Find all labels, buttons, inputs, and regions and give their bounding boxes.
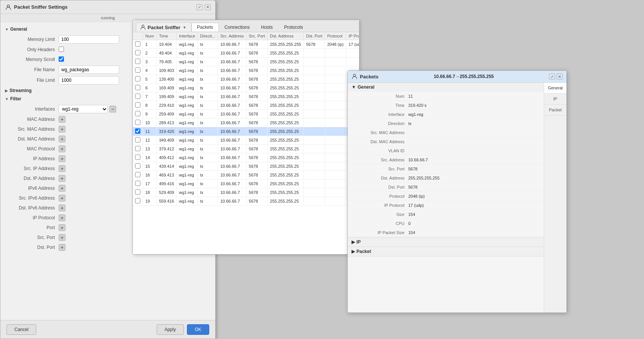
row-checkbox[interactable] (135, 59, 140, 64)
col-num[interactable]: Num (143, 32, 157, 40)
app-tab-label[interactable]: Packet Sniffer ▼ (136, 22, 191, 32)
dst-ipv6-add-button[interactable]: + (59, 205, 65, 211)
row-checkbox[interactable] (135, 155, 140, 160)
table-row[interactable]: 10 289.413 wg1-reg tx 10.66.66.7 5678 25… (133, 119, 359, 127)
src-mac-add-button[interactable]: + (59, 126, 65, 133)
cancel-button[interactable]: Cancel (6, 324, 36, 335)
col-src-port[interactable]: Src. Port (246, 32, 268, 40)
app-dropdown-icon[interactable]: ▼ (182, 25, 187, 30)
apply-button[interactable]: Apply (157, 324, 184, 335)
port-add-button[interactable]: + (59, 224, 65, 231)
row-src: 10.66.66.7 (218, 66, 246, 75)
row-checkbox[interactable] (135, 198, 140, 203)
row-time: 109.403 (157, 66, 177, 75)
restore-button[interactable]: ⤢ (196, 4, 202, 10)
ok-button[interactable]: OK (187, 324, 209, 335)
row-checkbox[interactable] (135, 172, 140, 177)
mac-address-add-button[interactable]: + (59, 116, 65, 123)
ip-protocol-label: IP Protocol (9, 215, 59, 220)
table-row[interactable]: 12 349.409 wg1-reg tx 10.66.66.7 5678 25… (133, 136, 359, 145)
row-checkbox[interactable] (135, 128, 140, 134)
detail-packet-header[interactable]: ▶ Packet (348, 247, 544, 256)
col-dst-address[interactable]: Dst. Address (268, 32, 304, 40)
file-limit-input[interactable] (59, 76, 119, 84)
table-row[interactable]: 2 49.404 wg1-reg tx 10.66.66.7 5678 255.… (133, 49, 359, 58)
row-checkbox[interactable] (135, 41, 140, 47)
file-name-input[interactable] (59, 66, 119, 74)
row-checkbox[interactable] (135, 163, 140, 169)
table-row[interactable]: 14 409.412 wg1-reg tx 10.66.66.7 5678 25… (133, 153, 359, 162)
dst-ip-add-button[interactable]: + (59, 175, 65, 182)
col-interface[interactable]: Interface (177, 32, 198, 40)
row-checkbox[interactable] (135, 50, 140, 55)
table-row[interactable]: 4 109.403 wg1-reg tx 10.66.66.7 5678 255… (133, 66, 359, 75)
row-checkbox-cell (133, 84, 143, 92)
detail-main: ▼ General Num 11 Time 319.420 s Interfac… (348, 83, 544, 312)
table-row[interactable]: 5 139.400 wg1-reg tx 10.66.66.7 5678 255… (133, 75, 359, 84)
col-ip-protocol[interactable]: IP Protocol (346, 32, 359, 40)
detail-field-label: Src. MAC Address (355, 130, 408, 135)
row-checkbox[interactable] (135, 67, 140, 73)
interfaces-select[interactable]: wg1-reg (59, 105, 108, 113)
close-button[interactable]: ✕ (205, 4, 211, 10)
table-row[interactable]: 9 259.409 wg1-reg tx 10.66.66.7 5678 255… (133, 110, 359, 119)
table-row[interactable]: 17 499.416 wg1-reg tx 10.66.66.7 5678 25… (133, 180, 359, 188)
detail-ip-header[interactable]: ▶ IP (348, 237, 544, 247)
table-row[interactable]: 7 199.409 wg1-reg tx 10.66.66.7 5678 255… (133, 92, 359, 101)
row-iface: wg1-reg (177, 127, 198, 136)
row-checkbox[interactable] (135, 146, 140, 151)
row-time: 139.400 (157, 75, 177, 84)
table-row[interactable]: 13 379.412 wg1-reg tx 10.66.66.7 5678 25… (133, 145, 359, 153)
src-ip-add-button[interactable]: + (59, 165, 65, 172)
detail-restore-button[interactable]: ⤢ (549, 73, 555, 80)
row-checkbox[interactable] (135, 189, 140, 195)
tab-packets[interactable]: Packets (191, 23, 219, 31)
sidebar-item-packet[interactable]: Packet (544, 105, 566, 116)
col-direction[interactable]: Directi... (198, 32, 218, 40)
table-row[interactable]: 18 529.409 wg1-reg tx 10.66.66.7 5678 25… (133, 188, 359, 197)
sidebar-item-ip[interactable]: IP (544, 94, 566, 105)
row-checkbox[interactable] (135, 85, 140, 90)
col-src-address[interactable]: Src. Address (218, 32, 246, 40)
detail-general-header[interactable]: ▼ General (348, 83, 544, 92)
only-headers-checkbox[interactable] (59, 47, 64, 52)
row-checkbox[interactable] (135, 181, 140, 186)
table-row[interactable]: 19 559.416 wg1-reg tx 10.66.66.7 5678 25… (133, 197, 359, 206)
memory-scroll-checkbox[interactable] (59, 56, 64, 62)
tab-hosts[interactable]: Hosts (255, 23, 278, 31)
ip-protocol-add-button[interactable]: + (59, 214, 65, 221)
row-checkbox[interactable] (135, 120, 140, 125)
table-row[interactable]: 11 319.420 wg1-reg tx 10.66.66.7 5678 25… (133, 127, 359, 136)
ipv6-address-add-button[interactable]: + (59, 185, 65, 192)
table-row[interactable]: 1 19.404 wg1-reg tx 10.66.66.7 5678 255.… (133, 40, 359, 49)
table-row[interactable]: 16 469.413 wg1-reg tx 10.66.66.7 5678 25… (133, 171, 359, 180)
dst-port-add-button[interactable]: + (59, 244, 65, 251)
row-checkbox[interactable] (135, 76, 140, 81)
sidebar-item-general[interactable]: General (544, 83, 566, 94)
row-checkbox[interactable] (135, 137, 140, 142)
src-port-add-button[interactable]: + (59, 234, 65, 241)
row-proto (325, 49, 346, 58)
table-row[interactable]: 15 439.414 wg1-reg tx 10.66.66.7 5678 25… (133, 162, 359, 171)
interfaces-minus-button[interactable]: − (109, 106, 116, 112)
memory-limit-input[interactable] (59, 35, 119, 44)
row-checkbox[interactable] (135, 94, 140, 99)
tab-protocols[interactable]: Protocols (278, 23, 309, 31)
col-protocol[interactable]: Protocol (325, 32, 346, 40)
row-checkbox-cell (133, 49, 143, 58)
tab-connections[interactable]: Connections (219, 23, 255, 31)
mac-protocol-add-button[interactable]: + (59, 145, 65, 152)
row-src: 10.66.66.7 (218, 119, 246, 127)
row-checkbox[interactable] (135, 111, 140, 116)
table-row[interactable]: 6 169.409 wg1-reg tx 10.66.66.7 5678 255… (133, 84, 359, 92)
table-row[interactable]: 3 79.405 wg1-reg tx 10.66.66.7 5678 255.… (133, 58, 359, 66)
dst-mac-add-button[interactable]: + (59, 136, 65, 142)
detail-close-button[interactable]: ✕ (557, 73, 563, 80)
ip-address-add-button[interactable]: + (59, 155, 65, 162)
table-row[interactable]: 8 229.410 wg1-reg tx 10.66.66.7 5678 255… (133, 101, 359, 110)
row-checkbox[interactable] (135, 102, 140, 108)
src-ipv6-add-button[interactable]: + (59, 195, 65, 202)
col-time[interactable]: Time (157, 32, 177, 40)
col-dst-port[interactable]: Dst. Port (303, 32, 325, 40)
row-iface: wg1-reg (177, 162, 198, 171)
